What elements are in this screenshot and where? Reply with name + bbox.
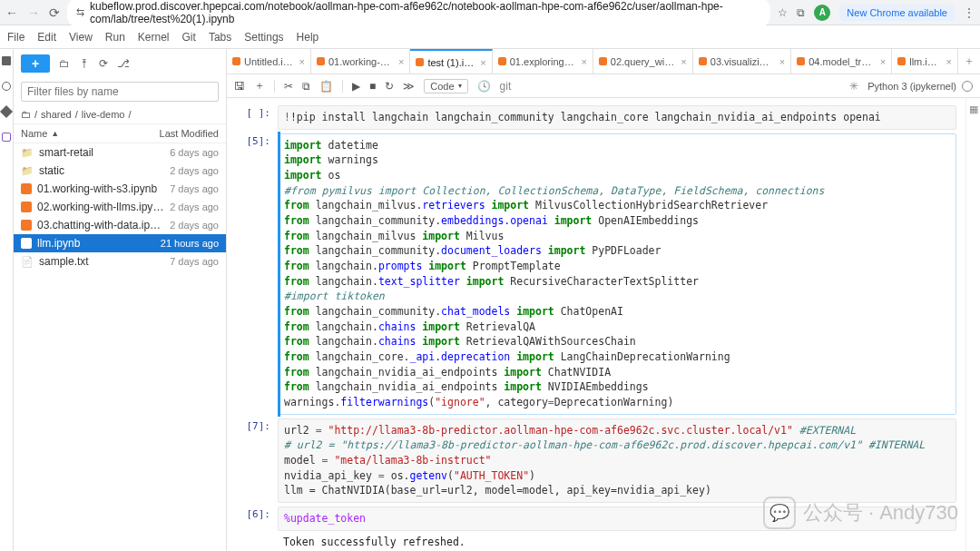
file-name: 02.working-with-llms.ipynb — [37, 201, 164, 213]
close-icon[interactable]: × — [946, 56, 952, 67]
activity-ext-icon[interactable] — [2, 133, 11, 142]
notebook-area[interactable]: [ ]: !!pip install langchain langchain_c… — [227, 98, 965, 551]
cell-output: Token successfully refreshed. — [278, 531, 956, 551]
close-icon[interactable]: × — [480, 57, 485, 68]
new-tab-button[interactable]: ＋ — [958, 54, 980, 69]
activity-bar — [0, 49, 14, 551]
code-cell[interactable]: [7]: url2 = "http://llama3-8b-predictor.… — [227, 417, 965, 505]
jupyter-menu-bar: File Edit View Run Kernel Git Tabs Setti… — [0, 25, 980, 49]
document-tab[interactable]: 01.working-with-s× — [311, 49, 410, 74]
browser-chrome: ← → ⟳ ⇆ kubeflow.prod.discover.hpepcai.c… — [0, 0, 980, 25]
file-item[interactable]: llm.ipynb21 hours ago — [14, 234, 226, 252]
site-info-icon[interactable]: ⇆ — [76, 6, 84, 18]
copy-icon[interactable]: ⧉ — [302, 80, 310, 93]
new-folder-icon[interactable]: 🗀 — [59, 57, 70, 70]
paste-icon[interactable]: 📋 — [319, 80, 333, 93]
close-icon[interactable]: × — [398, 56, 404, 67]
restart-icon[interactable]: ↻ — [385, 80, 394, 93]
code-cell[interactable]: [6]: %update_token Token successfully re… — [227, 505, 965, 551]
document-tab[interactable]: 01.exploring_data× — [493, 49, 593, 74]
code-cell[interactable]: [ ]: !!pip install langchain langchain_c… — [227, 103, 965, 132]
cell-type-select[interactable]: Code▾ — [424, 79, 467, 93]
menu-settings[interactable]: Settings — [244, 31, 283, 44]
file-name: 03.chatting-with-data.ipynb — [37, 219, 164, 231]
run-icon[interactable]: ▶ — [352, 80, 360, 93]
trusted-icon[interactable]: ✳ — [849, 80, 858, 93]
file-item[interactable]: static2 days ago — [14, 162, 226, 180]
command-palette-icon[interactable]: 🕓 — [477, 80, 491, 93]
close-icon[interactable]: × — [299, 56, 305, 67]
activity-running-icon[interactable] — [2, 82, 11, 91]
file-modified: 2 days ago — [170, 165, 219, 176]
tab-label: test (1).ipynb — [427, 57, 475, 68]
activity-git-icon[interactable] — [0, 105, 13, 118]
code-cell[interactable]: [5]: import datetime import warnings imp… — [227, 132, 965, 417]
file-item[interactable]: smart-retail6 days ago — [14, 143, 226, 162]
restart-run-icon[interactable]: ≫ — [403, 80, 415, 93]
cell-prompt: [7]: — [227, 418, 278, 503]
code-input[interactable]: import datetime import warnings import o… — [278, 133, 956, 415]
address-bar[interactable]: ⇆ kubeflow.prod.discover.hpepcai.com/not… — [67, 0, 770, 28]
document-tab[interactable]: test (1).ipynb× — [410, 49, 492, 74]
breadcrumb[interactable]: 🗀 / shared / live-demo / — [14, 105, 226, 124]
menu-kernel[interactable]: Kernel — [138, 31, 170, 44]
menu-run[interactable]: Run — [105, 31, 125, 44]
menu-git[interactable]: Git — [182, 31, 196, 44]
new-launcher-button[interactable]: + — [21, 54, 50, 73]
tab-label: llm.ipynb — [909, 56, 940, 67]
toc-icon[interactable]: ▦ — [969, 103, 978, 115]
file-item[interactable]: 01.working-with-s3.ipynb7 days ago — [14, 180, 226, 198]
code-input[interactable]: %update_token — [278, 507, 956, 531]
col-modified[interactable]: Last Modified — [160, 128, 219, 139]
document-tab[interactable]: llm.ipynb× — [892, 49, 958, 74]
document-tab[interactable]: Untitled.ipynb× — [227, 49, 311, 74]
back-icon[interactable]: ← — [5, 5, 18, 20]
kernel-indicator[interactable]: Python 3 (ipykernel) — [867, 81, 973, 92]
tab-label: 03.visualizing_da — [710, 56, 774, 67]
save-icon[interactable]: 🖫 — [234, 80, 245, 93]
git-icon[interactable]: ⎇ — [117, 57, 130, 70]
file-item[interactable]: 03.chatting-with-data.ipynb2 days ago — [14, 216, 226, 234]
add-cell-icon[interactable]: ＋ — [254, 78, 265, 93]
col-name[interactable]: Name — [21, 128, 47, 139]
kernel-status-icon — [962, 81, 973, 92]
sort-icon[interactable]: ▲ — [51, 129, 59, 138]
document-tab[interactable]: 02.query_with_ez× — [593, 49, 693, 74]
close-icon[interactable]: × — [880, 56, 886, 67]
right-gutter: ▦ — [965, 98, 980, 551]
activity-folder-icon[interactable] — [2, 56, 11, 65]
close-icon[interactable]: × — [779, 56, 785, 67]
chrome-menu-icon[interactable]: ⋮ — [964, 6, 975, 19]
file-item[interactable]: sample.txt7 days ago — [14, 252, 226, 271]
file-modified: 7 days ago — [170, 183, 219, 194]
file-modified: 21 hours ago — [161, 238, 219, 249]
file-modified: 7 days ago — [170, 256, 219, 267]
file-modified: 2 days ago — [170, 202, 219, 212]
bookmark-icon[interactable]: ☆ — [778, 6, 788, 19]
menu-file[interactable]: File — [7, 31, 24, 44]
refresh-icon[interactable]: ⟳ — [99, 57, 108, 70]
menu-tabs[interactable]: Tabs — [209, 31, 231, 44]
upload-icon[interactable]: ⭱ — [79, 57, 90, 70]
extensions-icon[interactable]: ⧉ — [797, 6, 805, 19]
forward-icon[interactable]: → — [27, 5, 40, 20]
notebook-icon — [232, 57, 240, 65]
menu-view[interactable]: View — [69, 31, 93, 44]
close-icon[interactable]: × — [581, 56, 586, 67]
code-input[interactable]: url2 = "http://llama3-8b-predictor.aollm… — [278, 418, 956, 503]
cut-icon[interactable]: ✂ — [284, 80, 293, 93]
code-input[interactable]: !!pip install langchain langchain_commun… — [278, 105, 956, 130]
document-tab[interactable]: 04.model_training× — [791, 49, 892, 74]
file-name: 01.working-with-s3.ipynb — [37, 182, 164, 195]
git-toolbar-icon[interactable]: git — [500, 80, 512, 93]
stop-icon[interactable]: ■ — [369, 80, 376, 93]
file-item[interactable]: 02.working-with-llms.ipynb2 days ago — [14, 198, 226, 216]
close-icon[interactable]: × — [681, 56, 686, 67]
update-button[interactable]: New Chrome available — [839, 5, 955, 21]
reload-icon[interactable]: ⟳ — [49, 5, 60, 20]
document-tab[interactable]: 03.visualizing_da× — [693, 49, 791, 74]
file-filter-input[interactable] — [21, 82, 219, 102]
profile-avatar[interactable]: A — [814, 5, 830, 21]
menu-help[interactable]: Help — [297, 31, 319, 44]
menu-edit[interactable]: Edit — [37, 31, 56, 44]
